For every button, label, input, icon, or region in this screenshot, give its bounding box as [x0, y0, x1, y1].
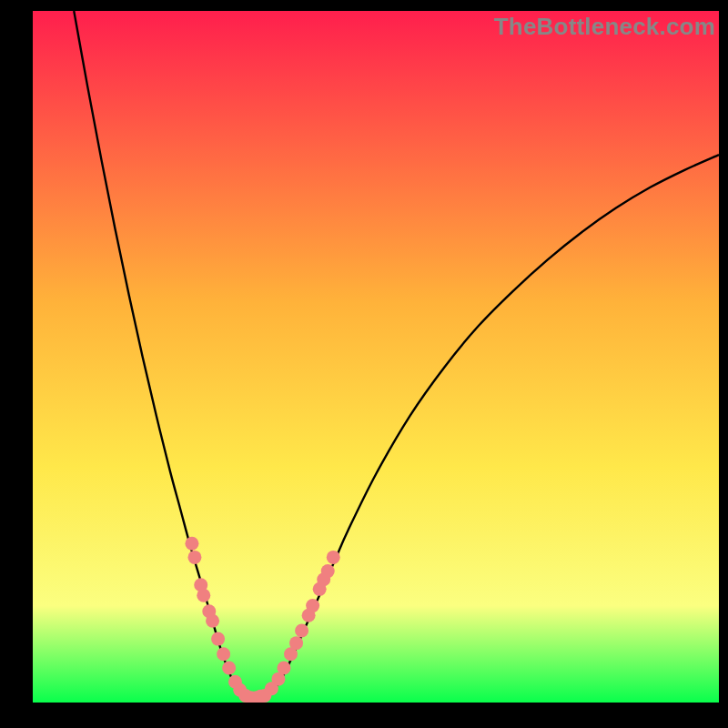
frame-left	[0, 0, 33, 728]
data-dot	[289, 636, 303, 650]
data-dot	[187, 551, 201, 564]
watermark-text: TheBottleneck.com	[494, 13, 715, 41]
data-dot	[277, 662, 290, 675]
data-dot	[211, 632, 225, 646]
data-dot	[327, 551, 340, 564]
data-dot	[295, 623, 308, 637]
data-dot	[306, 599, 319, 612]
data-dot	[185, 537, 198, 551]
data-dot	[222, 662, 236, 675]
frame-bottom	[0, 703, 728, 728]
frame-right	[719, 0, 728, 728]
bottleneck-chart	[33, 11, 719, 703]
data-dot	[321, 564, 335, 578]
gradient-background	[33, 11, 719, 703]
data-dot	[206, 614, 219, 628]
data-dot	[197, 589, 210, 602]
data-dot	[217, 647, 230, 661]
frame-top	[0, 0, 728, 11]
